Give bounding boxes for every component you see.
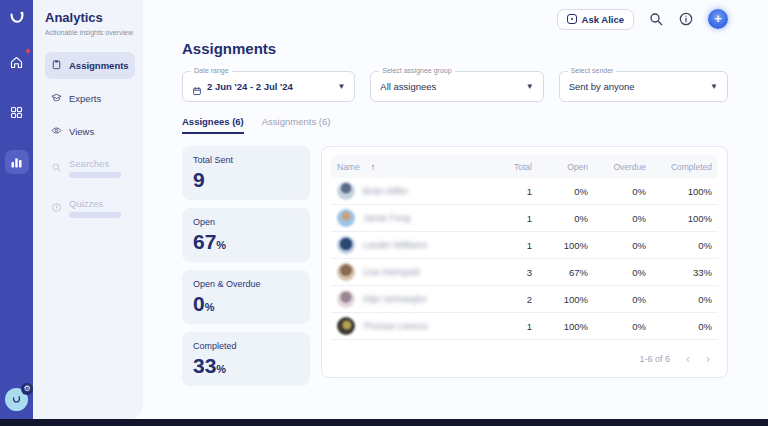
chevron-down-icon: ▼ [696,82,718,91]
table-row[interactable]: Stijn Verhaeghe 2 100% 0% 0% [331,286,718,313]
assignee-group-value: All assignees [380,81,436,92]
stat-value: 33% [193,355,299,376]
avatar [337,182,355,200]
sidebar-item-label: Searches [69,158,121,169]
sidebar-item-label: Quizzes [69,198,121,209]
table-row[interactable]: Brian Miller 1 0% 0% 100% [331,178,718,205]
stat-card-open-overdue: Open & Overdue 0% [182,270,310,324]
eye-icon [51,125,62,138]
app-window: ⚙ Analytics Actionable insights overview… [0,0,768,426]
window-bottom-edge [0,419,768,426]
sidebar-item-label: Views [69,126,94,137]
date-range-value: 2 Jun '24 - 2 Jul '24 [207,81,293,92]
cell-overdue: 0% [588,240,646,251]
cell-open: 100% [532,294,588,305]
icon-rail: ⚙ [0,0,33,419]
filter-label: Select assignee group [379,67,454,74]
chevron-down-icon: ▼ [512,82,534,91]
topbar: Ask Alice + [182,0,728,38]
stat-label: Open & Overdue [193,279,299,289]
main-content: Ask Alice + Assignments Date range 2 Jun… [143,0,768,419]
cell-open: 100% [532,321,588,332]
question-circle-icon [51,202,62,215]
cell-overdue: 0% [588,186,646,197]
add-button[interactable]: + [708,9,728,29]
date-range-filter[interactable]: Date range 2 Jun '24 - 2 Jul '24 ▼ [182,71,355,102]
sidebar-item-assignments[interactable]: Assignments [45,52,135,79]
cell-total: 2 [488,294,532,305]
chevron-right-icon[interactable]: › [706,354,710,364]
stat-card-total-sent: Total Sent 9 [182,146,310,200]
info-icon[interactable] [678,11,694,27]
stat-value: 67% [193,231,299,252]
column-header-completed[interactable]: Completed [646,162,712,172]
table-row[interactable]: Lander Williams 1 100% 0% 0% [331,232,718,259]
avatar [337,317,355,335]
cell-open: 67% [532,267,588,278]
cell-completed: 100% [646,213,712,224]
assignee-name: Jamie Fong [363,213,410,223]
ask-alice-button[interactable]: Ask Alice [557,9,634,30]
cell-overdue: 0% [588,213,646,224]
sidebar-item-views[interactable]: Views [45,118,135,145]
graduation-cap-icon [51,92,62,105]
stat-value: 9 [193,169,299,190]
sender-filter[interactable]: Select sender Sent by anyone ▼ [559,71,728,102]
tab-assignments[interactable]: Assignments (6) [262,116,331,134]
filters-row: Date range 2 Jun '24 - 2 Jul '24 ▼ Selec… [182,71,728,102]
column-header-total[interactable]: Total [488,162,532,172]
assignee-group-filter[interactable]: Select assignee group All assignees ▼ [370,71,543,102]
cell-overdue: 0% [588,294,646,305]
cell-overdue: 0% [588,267,646,278]
sidebar-item-label: Experts [69,93,101,104]
pagination: 1-6 of 6 ‹ › [331,340,718,370]
assignee-name: Brian Miller [363,186,408,196]
stat-label: Open [193,217,299,227]
cell-completed: 0% [646,240,712,251]
sidebar-item-quizzes: Quizzes [45,191,135,225]
column-header-open[interactable]: Open [532,162,588,172]
cell-completed: 33% [646,267,712,278]
apps-grid-nav-button[interactable] [5,100,29,124]
stat-card-open: Open 67% [182,208,310,262]
cell-open: 100% [532,240,588,251]
home-nav-button[interactable] [5,50,29,74]
assignee-name: Lisa Steingold [363,267,420,277]
cell-total: 1 [488,186,532,197]
chevron-left-icon[interactable]: ‹ [686,354,690,364]
search-icon[interactable] [648,11,664,27]
stat-label: Completed [193,341,299,351]
assignee-name: Thomas Lannoo [363,321,428,331]
cell-total: 3 [488,267,532,278]
sidebar-item-searches: Searches [45,151,135,185]
sidebar-item-experts[interactable]: Experts [45,85,135,112]
filter-label: Select sender [568,67,617,74]
column-header-overdue[interactable]: Overdue [588,162,646,172]
clipboard-icon [51,59,62,72]
avatar [337,209,355,227]
cell-total: 1 [488,213,532,224]
search-icon [51,162,62,175]
skeleton-placeholder [69,212,121,218]
cell-total: 1 [488,321,532,332]
table-row[interactable]: Lisa Steingold 3 67% 0% 33% [331,259,718,286]
chevron-down-icon: ▼ [323,82,345,91]
sort-ascending-icon: ↑ [371,162,376,172]
assignee-name: Stijn Verhaeghe [363,294,427,304]
table-row[interactable]: Thomas Lannoo 1 100% 0% 0% [331,313,718,340]
avatar [337,263,355,281]
stat-cards: Total Sent 9 Open 67% Open & Overdue 0% … [182,146,310,386]
column-header-name[interactable]: Name ↑ [337,162,488,172]
pagination-range: 1-6 of 6 [639,354,670,364]
avatar [337,290,355,308]
analytics-nav-button[interactable] [5,150,29,174]
tab-assignees[interactable]: Assignees (6) [182,116,244,134]
settings-gear-icon[interactable]: ⚙ [21,383,33,395]
assignees-table: Name ↑ Total Open Overdue Completed Bria… [321,146,728,378]
stat-label: Total Sent [193,155,299,165]
user-avatar[interactable]: ⚙ [5,388,28,411]
stat-value: 0% [193,293,299,314]
sidebar-subtitle: Actionable insights overview [45,29,135,36]
stat-card-completed: Completed 33% [182,332,310,386]
table-row[interactable]: Jamie Fong 1 0% 0% 100% [331,205,718,232]
